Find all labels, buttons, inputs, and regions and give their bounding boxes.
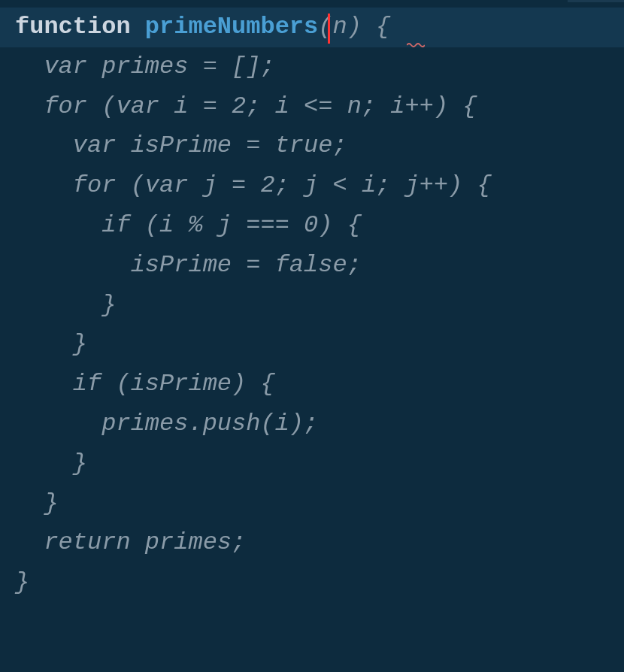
code-line-5[interactable]: for (var j = 2; j < i; j++) { [0,166,624,206]
code-line-8[interactable]: } [0,286,624,325]
code-line-12[interactable]: } [0,444,624,484]
code-line-3[interactable]: for (var i = 2; i <= n; i++) { [0,87,624,127]
code-editor[interactable]: function primeNumbers(n) { var primes = … [0,8,624,603]
code-line-10[interactable]: if (isPrime) { [0,365,624,404]
tab-indicator [568,0,624,2]
code-line-9[interactable]: } [0,325,624,365]
code-line-7[interactable]: isPrime = false; [0,246,624,286]
code-line-1[interactable]: function primeNumbers(n) { [0,8,624,47]
text-cursor [328,14,330,44]
code-line-13[interactable]: } [0,484,624,524]
error-squiggle-icon [407,42,425,50]
code-line-6[interactable]: if (i % j === 0) { [0,206,624,246]
code-line-14[interactable]: return primes; [0,523,624,563]
code-line-15[interactable]: } [0,563,624,603]
code-line-4[interactable]: var isPrime = true; [0,126,624,166]
function-name: primeNumbers [145,13,318,41]
keyword-function: function [15,13,145,41]
code-line-2[interactable]: var primes = []; [0,47,624,87]
code-line-11[interactable]: primes.push(i); [0,404,624,444]
